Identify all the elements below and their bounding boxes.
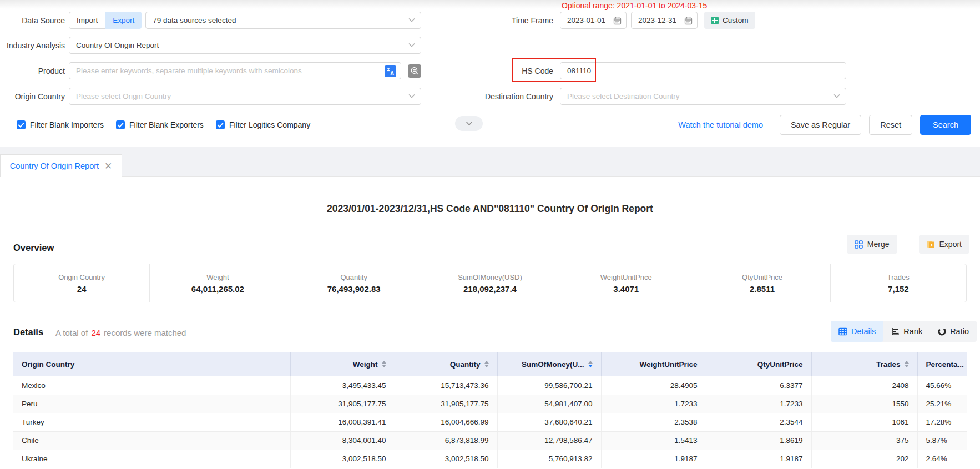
- cell-weight-unit-price: 1.5413: [601, 431, 706, 450]
- details-summary: A total of24records were matched: [55, 328, 186, 337]
- summary-count: 24: [88, 328, 104, 337]
- view-ratio-button[interactable]: Ratio: [930, 321, 977, 342]
- industry-analysis-select[interactable]: Country Of Origin Report: [69, 37, 421, 54]
- destination-country-select[interactable]: Please select Destination Country: [560, 88, 846, 105]
- sort-icons[interactable]: [905, 361, 909, 367]
- chevron-down-icon: [833, 94, 840, 98]
- sort-icons[interactable]: [382, 361, 386, 367]
- cell-percentage: 25.21%: [917, 395, 967, 413]
- table-row-mexico[interactable]: Mexico 3,495,433.45 15,713,473.36 99,586…: [13, 376, 967, 395]
- view-rank-button[interactable]: Rank: [883, 321, 930, 342]
- hs-code-field[interactable]: [560, 62, 846, 79]
- filter-blank-importers-checkbox[interactable]: Filter Blank Importers: [17, 120, 104, 129]
- translate-icon[interactable]: A: [385, 65, 396, 77]
- view-switcher: Details Rank Ratio: [831, 321, 977, 342]
- data-source-label: Data Source: [0, 16, 65, 25]
- view-ratio-label: Ratio: [950, 327, 969, 336]
- origin-country-select[interactable]: Please select Origin Country: [69, 88, 421, 105]
- reset-button[interactable]: Reset: [869, 115, 912, 135]
- stat-label: Trades: [887, 273, 910, 281]
- checkbox-checked-icon[interactable]: [17, 120, 26, 129]
- export-toggle-button[interactable]: Export: [105, 12, 142, 29]
- merge-label: Merge: [867, 240, 890, 249]
- cell-percentage: 17.28%: [917, 413, 967, 431]
- column-header-weight[interactable]: Weight: [290, 352, 395, 376]
- column-header-sum-of-money[interactable]: SumOfMoney(U...: [497, 352, 601, 376]
- cell-trades: 1550: [811, 395, 917, 413]
- cell-origin-country: Turkey: [13, 413, 290, 431]
- sort-icons[interactable]: [484, 361, 489, 367]
- tab-country-of-origin-report[interactable]: Country Of Origin Report ✕: [0, 154, 122, 177]
- stat-value: 2.8511: [750, 284, 775, 294]
- column-header-quantity[interactable]: Quantity: [395, 352, 497, 376]
- column-header-weight-unit-price: WeightUnitPrice: [601, 352, 706, 376]
- sort-icons-active-desc[interactable]: [588, 361, 593, 367]
- tab-title: Country Of Origin Report: [10, 162, 99, 170]
- cell-weight: 3,495,433.45: [290, 376, 395, 395]
- stat-label: Quantity: [340, 273, 367, 281]
- cell-origin-country: Chile: [13, 431, 290, 450]
- screen: Optional range: 2021-01-01 to 2024-03-15…: [0, 0, 980, 469]
- export-button[interactable]: Export: [919, 235, 969, 254]
- checkbox-checked-icon[interactable]: [116, 120, 125, 129]
- origin-country-placeholder: Please select Origin Country: [76, 92, 171, 100]
- table-row-ukraine[interactable]: Ukraine 3,002,518.50 3,002,518.50 5,760,…: [13, 450, 967, 468]
- table-row-turkey[interactable]: Turkey 16,008,391.41 16,004,666.99 37,68…: [13, 413, 967, 431]
- table-row-chile[interactable]: Chile 8,304,001.40 6,873,818.99 12,798,5…: [13, 431, 967, 450]
- stat-label: Origin Country: [58, 273, 105, 281]
- cell-qty-unit-price: 1.7233: [706, 395, 811, 413]
- stat-value: 76,493,902.83: [327, 284, 381, 294]
- custom-range-button[interactable]: Custom: [704, 12, 755, 29]
- details-heading: Details: [13, 327, 43, 337]
- cell-quantity: 31,905,177.75: [395, 395, 497, 413]
- cell-weight-unit-price: 2.3538: [601, 413, 706, 431]
- industry-analysis-label: Industry Analysis: [0, 41, 65, 50]
- collapse-filters-button[interactable]: [455, 116, 483, 131]
- custom-grid-icon: [711, 17, 719, 24]
- checkbox-checked-icon[interactable]: [216, 120, 225, 129]
- product-label: Product: [0, 67, 65, 75]
- product-input[interactable]: [76, 67, 380, 75]
- stat-value: 7,152: [888, 284, 909, 294]
- end-date-input[interactable]: [638, 16, 680, 24]
- chevron-down-icon: [466, 121, 473, 126]
- overview-heading: Overview: [13, 243, 54, 253]
- cell-quantity: 16,004,666.99: [395, 413, 497, 431]
- search-history-icon[interactable]: [408, 64, 421, 78]
- details-header-row: Details A total of24records were matched…: [0, 321, 980, 342]
- start-date-input[interactable]: [567, 16, 609, 24]
- cell-weight-unit-price: 1.9187: [601, 450, 706, 468]
- close-icon[interactable]: ✕: [104, 162, 112, 171]
- cell-sum-of-money: 37,680,640.21: [497, 413, 601, 431]
- stat-weight: Weight 64,011,265.02: [150, 264, 286, 302]
- data-sources-select[interactable]: 79 data sources selected: [145, 12, 421, 29]
- cell-qty-unit-price: 2.3544: [706, 413, 811, 431]
- save-as-regular-button[interactable]: Save as Regular: [780, 115, 861, 135]
- cell-quantity: 3,002,518.50: [395, 450, 497, 468]
- column-header-trades[interactable]: Trades: [811, 352, 917, 376]
- cell-qty-unit-price: 1.8619: [706, 431, 811, 450]
- industry-analysis-value: Country Of Origin Report: [76, 41, 159, 49]
- filter-logitics-company-checkbox[interactable]: Filter Logitics Company: [216, 120, 310, 129]
- merge-button[interactable]: Merge: [847, 235, 897, 254]
- start-date-field[interactable]: [560, 12, 627, 29]
- table-row-peru[interactable]: Peru 31,905,177.75 31,905,177.75 54,981,…: [13, 395, 967, 413]
- stat-qty-unit-price: QtyUnitPrice 2.8511: [694, 264, 830, 302]
- stat-value: 3.4071: [613, 284, 639, 294]
- cell-percentage: 45.66%: [917, 376, 967, 395]
- summary-suffix: records were matched: [104, 328, 186, 337]
- filter-blank-exporters-checkbox[interactable]: Filter Blank Exporters: [116, 120, 204, 129]
- view-details-button[interactable]: Details: [831, 321, 883, 342]
- ratio-icon: [938, 327, 946, 336]
- stat-value: 218,092,237.4: [463, 284, 517, 294]
- import-toggle-button[interactable]: Import: [69, 12, 105, 29]
- end-date-field[interactable]: [631, 12, 698, 29]
- tutorial-link[interactable]: Watch the tutorial demo: [678, 120, 763, 129]
- cell-sum-of-money: 5,760,913.82: [497, 450, 601, 468]
- product-field[interactable]: A: [69, 62, 401, 79]
- cell-trades: 375: [811, 431, 917, 450]
- calendar-icon: [613, 17, 622, 25]
- search-button[interactable]: Search: [920, 115, 971, 135]
- cell-quantity: 15,713,473.36: [395, 376, 497, 395]
- hs-code-input[interactable]: [567, 67, 829, 75]
